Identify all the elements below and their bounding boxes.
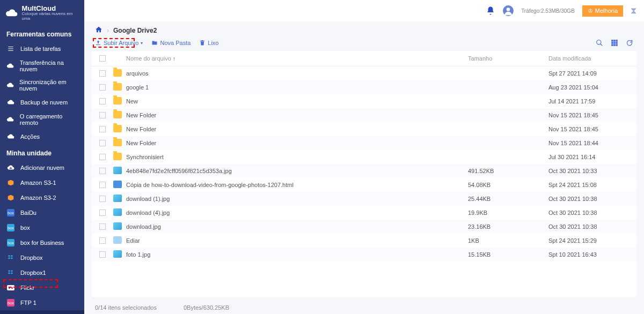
sidebar-tool-icon (6, 98, 15, 107)
file-row[interactable]: Cópia de how-to-download-video-from-goog… (92, 178, 636, 192)
row-checkbox[interactable] (99, 154, 106, 160)
file-row[interactable]: New FolderNov 15 2021 18:44 (92, 136, 636, 150)
file-type-icon (113, 236, 122, 244)
search-icon[interactable] (596, 39, 603, 47)
sidebar-cloud-4[interactable]: boxbox (0, 220, 84, 235)
file-name: New Folder (126, 140, 468, 146)
brand-logo: MultCloud Coloque várias nuvens em uma (0, 0, 84, 25)
bell-icon[interactable] (486, 6, 495, 16)
row-checkbox[interactable] (99, 210, 106, 216)
file-date: Spt 24 2021 15:08 (548, 182, 629, 188)
sidebar-cloud-label: Amazon S3-2 (20, 195, 56, 201)
file-date: Oct 30 2021 10:38 (548, 223, 629, 230)
file-type-icon (113, 69, 122, 77)
sidebar-cloud-icon (6, 253, 15, 262)
sidebar-tool-icon (6, 132, 15, 141)
upgrade-button[interactable]: ♔Melhoria (582, 5, 623, 17)
sidebar-cloud-5[interactable]: boxbox for Business (0, 235, 84, 250)
new-folder-button[interactable]: Nova Pasta (151, 40, 191, 46)
file-type-icon (113, 97, 122, 104)
file-type-icon (113, 167, 122, 174)
row-checkbox[interactable] (99, 112, 106, 118)
file-row[interactable]: download (1).jpg25.44KBOct 30 2021 10:38 (92, 192, 636, 206)
file-row[interactable]: NewJul 14 2021 17:59 (92, 94, 636, 108)
sidebar-tool-4[interactable]: O carregamento remoto (0, 110, 84, 129)
file-row[interactable]: download.jpg23.16KBOct 30 2021 10:38 (92, 220, 636, 234)
sidebar-cloud-9[interactable]: boxFTP 1 (0, 295, 84, 310)
upload-button[interactable]: Subir Arquivo ▾ (95, 40, 143, 46)
sidebar-cloud-label: FTP 1 (20, 300, 36, 306)
file-date: Aug 23 2021 15:04 (548, 84, 629, 91)
column-size[interactable]: Tamanho (468, 55, 548, 62)
file-name: 4eb848e7fd2e2fcff0596f821c5d353a.jpg (126, 168, 468, 174)
file-header-row: Nome do arquivo ↑ Tamanho Data modificad… (92, 51, 636, 66)
file-type-icon (113, 181, 122, 188)
file-row[interactable]: Ediar1KBSpt 24 2021 15:29 (92, 234, 636, 248)
sidebar: MultCloud Coloque várias nuvens em uma F… (0, 0, 84, 314)
file-name: New (126, 98, 468, 104)
status-bytes: 0Bytes/630.25KB (184, 304, 229, 311)
file-size: 19.9KB (468, 210, 548, 216)
file-size: 491.52KB (468, 168, 548, 174)
file-name: download (4).jpg (126, 210, 468, 216)
sidebar-cloud-1[interactable]: Amazon S3-1 (0, 175, 84, 190)
row-checkbox[interactable] (99, 182, 106, 188)
svg-rect-6 (613, 40, 616, 42)
sidebar-cloud-label: box (20, 225, 30, 231)
trash-button[interactable]: Lixo (199, 40, 218, 46)
sidebar-cloud-label: Flickr (20, 285, 34, 291)
file-type-icon (113, 208, 122, 216)
sidebar-tool-5[interactable]: Acções (0, 129, 84, 144)
sidebar-cloud-2[interactable]: Amazon S3-2 (0, 190, 84, 205)
row-checkbox[interactable] (99, 223, 106, 230)
sidebar-tool-2[interactable]: Sincronização em nuvem (0, 76, 84, 95)
row-checkbox[interactable] (99, 196, 106, 202)
sidebar-tool-1[interactable]: Transferência na nuvem (0, 56, 84, 76)
file-row[interactable]: SynchronisiertJul 30 2021 16:14 (92, 150, 636, 164)
sidebar-tool-0[interactable]: Lista de tarefas (0, 41, 84, 56)
sidebar-cloud-8[interactable]: Flickr (0, 280, 84, 295)
row-checkbox[interactable] (99, 168, 106, 174)
sidebar-cloud-10[interactable]: Google Drive2 (0, 310, 84, 314)
file-type-icon (113, 195, 122, 202)
sidebar-cloud-0[interactable]: Adicionar nuvem (0, 160, 84, 175)
sidebar-cloud-label: BaiDu (20, 210, 36, 216)
sidebar-cloud-icon (6, 268, 15, 277)
file-row[interactable]: arquivosSpt 27 2021 14:09 (92, 66, 636, 80)
row-checkbox[interactable] (99, 70, 106, 77)
file-type-icon (113, 250, 122, 258)
file-row[interactable]: foto 1.jpg15.15KBSpt 10 2021 16:43 (92, 248, 636, 261)
cloud-logo-icon (5, 8, 19, 18)
row-checkbox[interactable] (99, 98, 106, 104)
sidebar-cloud-icon (6, 178, 15, 187)
file-name: google 1 (126, 84, 468, 91)
svg-rect-12 (613, 44, 616, 46)
sidebar-tool-3[interactable]: Backup de nuvem (0, 95, 84, 110)
home-icon[interactable] (95, 26, 103, 35)
sidebar-cloud-6[interactable]: Dropbox (0, 250, 84, 265)
file-row[interactable]: google 1Aug 23 2021 15:04 (92, 80, 636, 94)
sidebar-cloud-7[interactable]: Dropbox1 (0, 265, 84, 280)
svg-rect-7 (616, 40, 618, 42)
file-row[interactable]: New FolderNov 15 2021 18:45 (92, 108, 636, 122)
file-row[interactable]: New FolderNov 15 2021 18:45 (92, 122, 636, 136)
breadcrumb-current[interactable]: Google Drive2 (113, 27, 157, 34)
select-all-checkbox[interactable] (99, 55, 106, 62)
file-row[interactable]: download (4).jpg19.9KBOct 30 2021 10:38 (92, 206, 636, 220)
file-size: 23.16KB (468, 223, 548, 230)
sidebar-cloud-3[interactable]: boxBaiDu (0, 205, 84, 220)
column-name[interactable]: Nome do arquivo ↑ (126, 55, 468, 62)
row-checkbox[interactable] (99, 237, 106, 244)
row-checkbox[interactable] (99, 140, 106, 146)
user-avatar-icon[interactable] (503, 5, 514, 16)
hourglass-icon[interactable]: ⧗ (631, 6, 636, 16)
row-checkbox[interactable] (99, 126, 106, 132)
grid-view-icon[interactable] (611, 39, 618, 47)
row-checkbox[interactable] (99, 84, 106, 91)
refresh-icon[interactable] (626, 39, 633, 47)
file-type-icon (113, 222, 122, 230)
file-row[interactable]: 4eb848e7fd2e2fcff0596f821c5d353a.jpg491.… (92, 164, 636, 178)
column-date[interactable]: Data modificada (548, 55, 629, 62)
row-checkbox[interactable] (99, 251, 106, 258)
sidebar-tool-label: Acções (20, 133, 40, 140)
